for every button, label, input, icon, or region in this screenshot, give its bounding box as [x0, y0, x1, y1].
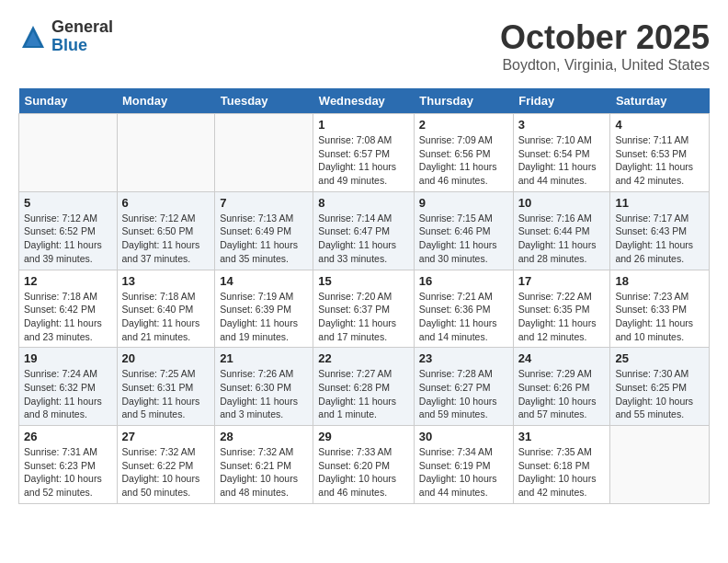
title-area: October 2025 Boydton, Virginia, United S… [500, 18, 710, 74]
day-number: 15 [318, 274, 409, 288]
day-info: Sunrise: 7:28 AM Sunset: 6:27 PM Dayligh… [419, 367, 508, 421]
day-number: 17 [518, 274, 606, 288]
day-number: 2 [419, 118, 508, 132]
day-info: Sunrise: 7:35 AM Sunset: 6:18 PM Dayligh… [518, 445, 606, 500]
day-number: 11 [615, 196, 704, 210]
day-number: 7 [220, 196, 308, 210]
day-cell: 16Sunrise: 7:21 AM Sunset: 6:36 PM Dayli… [414, 270, 513, 348]
location: Boydton, Virginia, United States [500, 57, 710, 74]
day-header-row: SundayMondayTuesdayWednesdayThursdayFrid… [19, 88, 710, 114]
day-info: Sunrise: 7:18 AM Sunset: 6:42 PM Dayligh… [24, 290, 112, 344]
day-cell: 5Sunrise: 7:12 AM Sunset: 6:52 PM Daylig… [19, 191, 118, 270]
day-header-saturday: Saturday [610, 88, 710, 114]
day-number: 3 [518, 118, 606, 132]
day-cell: 7Sunrise: 7:13 AM Sunset: 6:49 PM Daylig… [215, 191, 313, 270]
day-info: Sunrise: 7:24 AM Sunset: 6:32 PM Dayligh… [24, 367, 112, 421]
day-info: Sunrise: 7:16 AM Sunset: 6:44 PM Dayligh… [518, 212, 606, 266]
day-number: 22 [318, 351, 409, 365]
day-info: Sunrise: 7:29 AM Sunset: 6:26 PM Dayligh… [518, 367, 606, 421]
day-cell: 10Sunrise: 7:16 AM Sunset: 6:44 PM Dayli… [513, 191, 610, 270]
day-number: 13 [122, 274, 210, 288]
day-number: 4 [615, 118, 704, 132]
day-cell: 28Sunrise: 7:32 AM Sunset: 6:21 PM Dayli… [215, 426, 313, 504]
day-cell: 11Sunrise: 7:17 AM Sunset: 6:43 PM Dayli… [610, 191, 710, 270]
day-cell: 1Sunrise: 7:08 AM Sunset: 6:57 PM Daylig… [313, 114, 415, 192]
day-header-wednesday: Wednesday [313, 88, 415, 114]
day-info: Sunrise: 7:12 AM Sunset: 6:50 PM Dayligh… [122, 212, 210, 266]
month-title: October 2025 [500, 18, 710, 57]
day-cell: 8Sunrise: 7:14 AM Sunset: 6:47 PM Daylig… [313, 191, 415, 270]
day-cell: 31Sunrise: 7:35 AM Sunset: 6:18 PM Dayli… [513, 426, 610, 504]
day-info: Sunrise: 7:15 AM Sunset: 6:46 PM Dayligh… [419, 212, 508, 266]
day-info: Sunrise: 7:21 AM Sunset: 6:36 PM Dayligh… [419, 290, 508, 344]
day-cell: 27Sunrise: 7:32 AM Sunset: 6:22 PM Dayli… [117, 426, 215, 504]
day-number: 14 [220, 274, 308, 288]
day-cell: 26Sunrise: 7:31 AM Sunset: 6:23 PM Dayli… [19, 426, 118, 504]
day-info: Sunrise: 7:26 AM Sunset: 6:30 PM Dayligh… [220, 367, 308, 421]
day-number: 1 [318, 118, 409, 132]
day-cell: 6Sunrise: 7:12 AM Sunset: 6:50 PM Daylig… [117, 191, 215, 270]
day-cell: 20Sunrise: 7:25 AM Sunset: 6:31 PM Dayli… [117, 348, 215, 426]
day-info: Sunrise: 7:20 AM Sunset: 6:37 PM Dayligh… [318, 290, 409, 344]
day-info: Sunrise: 7:19 AM Sunset: 6:39 PM Dayligh… [220, 290, 308, 344]
day-number: 30 [419, 430, 508, 443]
day-cell [215, 114, 313, 192]
day-info: Sunrise: 7:13 AM Sunset: 6:49 PM Dayligh… [220, 212, 308, 266]
day-header-sunday: Sunday [19, 88, 118, 114]
day-info: Sunrise: 7:25 AM Sunset: 6:31 PM Dayligh… [122, 367, 210, 421]
day-cell: 14Sunrise: 7:19 AM Sunset: 6:39 PM Dayli… [215, 270, 313, 348]
day-cell: 4Sunrise: 7:11 AM Sunset: 6:53 PM Daylig… [610, 114, 710, 192]
day-number: 27 [122, 430, 210, 443]
day-cell: 15Sunrise: 7:20 AM Sunset: 6:37 PM Dayli… [313, 270, 415, 348]
day-number: 19 [24, 351, 112, 365]
day-header-monday: Monday [117, 88, 215, 114]
day-info: Sunrise: 7:23 AM Sunset: 6:33 PM Dayligh… [615, 290, 704, 344]
day-info: Sunrise: 7:32 AM Sunset: 6:22 PM Dayligh… [122, 445, 210, 500]
day-info: Sunrise: 7:22 AM Sunset: 6:35 PM Dayligh… [518, 290, 606, 344]
day-info: Sunrise: 7:31 AM Sunset: 6:23 PM Dayligh… [24, 445, 112, 500]
day-info: Sunrise: 7:14 AM Sunset: 6:47 PM Dayligh… [318, 212, 409, 266]
day-cell [117, 114, 215, 192]
day-header-tuesday: Tuesday [215, 88, 313, 114]
logo: General Blue [18, 18, 113, 55]
day-cell [19, 114, 118, 192]
day-cell: 21Sunrise: 7:26 AM Sunset: 6:30 PM Dayli… [215, 348, 313, 426]
day-cell: 29Sunrise: 7:33 AM Sunset: 6:20 PM Dayli… [313, 426, 415, 504]
day-number: 21 [220, 351, 308, 365]
day-number: 16 [419, 274, 508, 288]
day-number: 18 [615, 274, 704, 288]
day-number: 20 [122, 351, 210, 365]
page-header: General Blue October 2025 Boydton, Virgi… [18, 18, 710, 74]
day-cell: 18Sunrise: 7:23 AM Sunset: 6:33 PM Dayli… [610, 270, 710, 348]
day-number: 28 [220, 430, 308, 443]
day-cell: 23Sunrise: 7:28 AM Sunset: 6:27 PM Dayli… [414, 348, 513, 426]
day-cell: 25Sunrise: 7:30 AM Sunset: 6:25 PM Dayli… [610, 348, 710, 426]
day-info: Sunrise: 7:09 AM Sunset: 6:56 PM Dayligh… [419, 133, 508, 188]
day-cell: 3Sunrise: 7:10 AM Sunset: 6:54 PM Daylig… [513, 114, 610, 192]
day-number: 29 [318, 430, 409, 443]
day-cell [610, 426, 710, 504]
day-info: Sunrise: 7:18 AM Sunset: 6:40 PM Dayligh… [122, 290, 210, 344]
day-info: Sunrise: 7:27 AM Sunset: 6:28 PM Dayligh… [318, 367, 409, 421]
day-number: 31 [518, 430, 606, 443]
logo-icon [18, 22, 48, 52]
day-number: 26 [24, 430, 112, 443]
day-header-thursday: Thursday [414, 88, 513, 114]
day-cell: 13Sunrise: 7:18 AM Sunset: 6:40 PM Dayli… [117, 270, 215, 348]
day-header-friday: Friday [513, 88, 610, 114]
day-cell: 2Sunrise: 7:09 AM Sunset: 6:56 PM Daylig… [414, 114, 513, 192]
logo-blue: Blue [51, 37, 113, 55]
day-number: 8 [318, 196, 409, 210]
week-row-5: 26Sunrise: 7:31 AM Sunset: 6:23 PM Dayli… [19, 426, 710, 504]
day-number: 12 [24, 274, 112, 288]
day-number: 23 [419, 351, 508, 365]
day-cell: 24Sunrise: 7:29 AM Sunset: 6:26 PM Dayli… [513, 348, 610, 426]
week-row-1: 1Sunrise: 7:08 AM Sunset: 6:57 PM Daylig… [19, 114, 710, 192]
day-number: 25 [615, 351, 704, 365]
day-number: 6 [122, 196, 210, 210]
day-cell: 22Sunrise: 7:27 AM Sunset: 6:28 PM Dayli… [313, 348, 415, 426]
week-row-4: 19Sunrise: 7:24 AM Sunset: 6:32 PM Dayli… [19, 348, 710, 426]
calendar-table: SundayMondayTuesdayWednesdayThursdayFrid… [18, 88, 710, 504]
day-info: Sunrise: 7:11 AM Sunset: 6:53 PM Dayligh… [615, 133, 704, 188]
day-info: Sunrise: 7:12 AM Sunset: 6:52 PM Dayligh… [24, 212, 112, 266]
